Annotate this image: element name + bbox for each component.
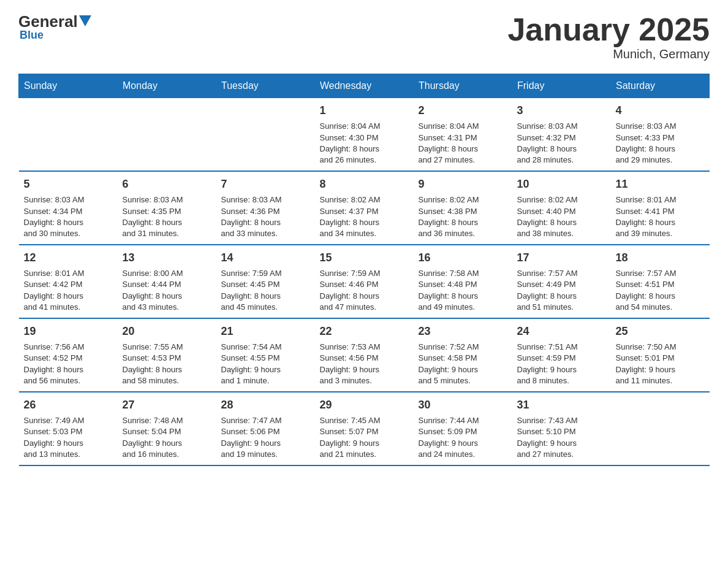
header-cell-thursday: Thursday <box>414 74 512 98</box>
calendar-cell: 24Sunrise: 7:51 AM Sunset: 4:59 PM Dayli… <box>512 318 611 392</box>
calendar-cell: 30Sunrise: 7:44 AM Sunset: 5:09 PM Dayli… <box>414 392 512 465</box>
day-number: 8 <box>320 177 409 192</box>
calendar-cell: 9Sunrise: 8:02 AM Sunset: 4:38 PM Daylig… <box>414 171 512 245</box>
page-subtitle: Munich, Germany <box>507 47 710 61</box>
week-row: 1Sunrise: 8:04 AM Sunset: 4:30 PM Daylig… <box>19 98 710 171</box>
day-info: Sunrise: 7:45 AM Sunset: 5:07 PM Dayligh… <box>320 415 409 460</box>
day-info: Sunrise: 7:59 AM Sunset: 4:45 PM Dayligh… <box>221 268 310 313</box>
calendar-cell: 29Sunrise: 7:45 AM Sunset: 5:07 PM Dayli… <box>315 392 414 465</box>
calendar-cell: 11Sunrise: 8:01 AM Sunset: 4:41 PM Dayli… <box>611 171 710 245</box>
header-cell-sunday: Sunday <box>19 74 118 98</box>
day-info: Sunrise: 8:03 AM Sunset: 4:35 PM Dayligh… <box>123 194 211 239</box>
day-number: 23 <box>419 324 507 339</box>
day-info: Sunrise: 7:54 AM Sunset: 4:55 PM Dayligh… <box>221 342 310 386</box>
day-info: Sunrise: 8:03 AM Sunset: 4:32 PM Dayligh… <box>517 121 606 166</box>
calendar-cell: 18Sunrise: 7:57 AM Sunset: 4:51 PM Dayli… <box>611 245 710 318</box>
header-cell-tuesday: Tuesday <box>216 74 315 98</box>
day-info: Sunrise: 8:00 AM Sunset: 4:44 PM Dayligh… <box>123 268 211 313</box>
day-number: 4 <box>616 103 705 118</box>
day-info: Sunrise: 7:44 AM Sunset: 5:09 PM Dayligh… <box>419 415 507 460</box>
calendar-cell: 6Sunrise: 8:03 AM Sunset: 4:35 PM Daylig… <box>118 171 216 245</box>
day-info: Sunrise: 8:04 AM Sunset: 4:31 PM Dayligh… <box>419 121 507 166</box>
calendar-cell <box>118 98 216 171</box>
calendar-cell: 12Sunrise: 8:01 AM Sunset: 4:42 PM Dayli… <box>19 245 118 318</box>
day-number: 20 <box>123 324 211 339</box>
day-info: Sunrise: 7:55 AM Sunset: 4:53 PM Dayligh… <box>123 342 211 386</box>
title-area: January 2025 Munich, Germany <box>507 12 710 61</box>
day-number: 1 <box>320 103 409 118</box>
calendar-cell: 28Sunrise: 7:47 AM Sunset: 5:06 PM Dayli… <box>216 392 315 465</box>
day-number: 3 <box>517 103 606 118</box>
day-info: Sunrise: 7:57 AM Sunset: 4:49 PM Dayligh… <box>517 268 606 313</box>
week-row: 5Sunrise: 8:03 AM Sunset: 4:34 PM Daylig… <box>19 171 710 245</box>
header-cell-monday: Monday <box>118 74 216 98</box>
day-info: Sunrise: 7:58 AM Sunset: 4:48 PM Dayligh… <box>419 268 507 313</box>
calendar-cell: 21Sunrise: 7:54 AM Sunset: 4:55 PM Dayli… <box>216 318 315 392</box>
day-info: Sunrise: 7:48 AM Sunset: 5:04 PM Dayligh… <box>123 415 211 460</box>
calendar-cell: 22Sunrise: 7:53 AM Sunset: 4:56 PM Dayli… <box>315 318 414 392</box>
day-number: 26 <box>24 397 113 413</box>
day-info: Sunrise: 8:03 AM Sunset: 4:33 PM Dayligh… <box>616 121 705 166</box>
day-number: 28 <box>221 397 310 413</box>
logo: General Blue <box>18 12 91 42</box>
calendar-cell: 15Sunrise: 7:59 AM Sunset: 4:46 PM Dayli… <box>315 245 414 318</box>
calendar-cell: 4Sunrise: 8:03 AM Sunset: 4:33 PM Daylig… <box>611 98 710 171</box>
calendar-cell: 2Sunrise: 8:04 AM Sunset: 4:31 PM Daylig… <box>414 98 512 171</box>
calendar-cell: 23Sunrise: 7:52 AM Sunset: 4:58 PM Dayli… <box>414 318 512 392</box>
calendar-cell: 7Sunrise: 8:03 AM Sunset: 4:36 PM Daylig… <box>216 171 315 245</box>
week-row: 26Sunrise: 7:49 AM Sunset: 5:03 PM Dayli… <box>19 392 710 465</box>
day-number: 22 <box>320 324 409 339</box>
day-info: Sunrise: 8:02 AM Sunset: 4:37 PM Dayligh… <box>320 194 409 239</box>
calendar-cell: 3Sunrise: 8:03 AM Sunset: 4:32 PM Daylig… <box>512 98 611 171</box>
day-number: 18 <box>616 250 705 266</box>
calendar-cell: 1Sunrise: 8:04 AM Sunset: 4:30 PM Daylig… <box>315 98 414 171</box>
calendar-cell: 19Sunrise: 7:56 AM Sunset: 4:52 PM Dayli… <box>19 318 118 392</box>
day-number: 12 <box>24 250 113 266</box>
day-number: 27 <box>123 397 211 413</box>
calendar-cell <box>19 98 118 171</box>
calendar-cell: 10Sunrise: 8:02 AM Sunset: 4:40 PM Dayli… <box>512 171 611 245</box>
day-info: Sunrise: 8:02 AM Sunset: 4:40 PM Dayligh… <box>517 194 606 239</box>
header-cell-wednesday: Wednesday <box>315 74 414 98</box>
header-cell-friday: Friday <box>512 74 611 98</box>
calendar-cell: 17Sunrise: 7:57 AM Sunset: 4:49 PM Dayli… <box>512 245 611 318</box>
day-number: 6 <box>123 177 211 192</box>
day-number: 17 <box>517 250 606 266</box>
day-info: Sunrise: 8:01 AM Sunset: 4:41 PM Dayligh… <box>616 194 705 239</box>
day-number: 29 <box>320 397 409 413</box>
calendar-cell: 16Sunrise: 7:58 AM Sunset: 4:48 PM Dayli… <box>414 245 512 318</box>
calendar-cell: 8Sunrise: 8:02 AM Sunset: 4:37 PM Daylig… <box>315 171 414 245</box>
calendar-table: SundayMondayTuesdayWednesdayThursdayFrid… <box>18 74 710 466</box>
day-number: 31 <box>517 397 606 413</box>
day-info: Sunrise: 8:03 AM Sunset: 4:36 PM Dayligh… <box>221 194 310 239</box>
day-info: Sunrise: 7:43 AM Sunset: 5:10 PM Dayligh… <box>517 415 606 460</box>
calendar-body: 1Sunrise: 8:04 AM Sunset: 4:30 PM Daylig… <box>19 98 710 465</box>
day-number: 15 <box>320 250 409 266</box>
calendar-header: SundayMondayTuesdayWednesdayThursdayFrid… <box>19 74 710 98</box>
header-cell-saturday: Saturday <box>611 74 710 98</box>
day-number: 2 <box>419 103 507 118</box>
day-info: Sunrise: 7:57 AM Sunset: 4:51 PM Dayligh… <box>616 268 705 313</box>
calendar-cell <box>611 392 710 465</box>
calendar-cell: 31Sunrise: 7:43 AM Sunset: 5:10 PM Dayli… <box>512 392 611 465</box>
day-number: 7 <box>221 177 310 192</box>
calendar-cell: 14Sunrise: 7:59 AM Sunset: 4:45 PM Dayli… <box>216 245 315 318</box>
calendar-cell <box>216 98 315 171</box>
week-row: 19Sunrise: 7:56 AM Sunset: 4:52 PM Dayli… <box>19 318 710 392</box>
day-number: 5 <box>24 177 113 192</box>
week-row: 12Sunrise: 8:01 AM Sunset: 4:42 PM Dayli… <box>19 245 710 318</box>
day-info: Sunrise: 7:49 AM Sunset: 5:03 PM Dayligh… <box>24 415 113 460</box>
calendar-cell: 26Sunrise: 7:49 AM Sunset: 5:03 PM Dayli… <box>19 392 118 465</box>
day-number: 10 <box>517 177 606 192</box>
day-info: Sunrise: 8:02 AM Sunset: 4:38 PM Dayligh… <box>419 194 507 239</box>
day-info: Sunrise: 8:01 AM Sunset: 4:42 PM Dayligh… <box>24 268 113 313</box>
calendar-cell: 13Sunrise: 8:00 AM Sunset: 4:44 PM Dayli… <box>118 245 216 318</box>
logo-blue-text: Blue <box>20 29 44 42</box>
calendar-cell: 25Sunrise: 7:50 AM Sunset: 5:01 PM Dayli… <box>611 318 710 392</box>
day-number: 21 <box>221 324 310 339</box>
day-number: 9 <box>419 177 507 192</box>
day-number: 14 <box>221 250 310 266</box>
day-number: 16 <box>419 250 507 266</box>
day-number: 30 <box>419 397 507 413</box>
header-row: SundayMondayTuesdayWednesdayThursdayFrid… <box>19 74 710 98</box>
